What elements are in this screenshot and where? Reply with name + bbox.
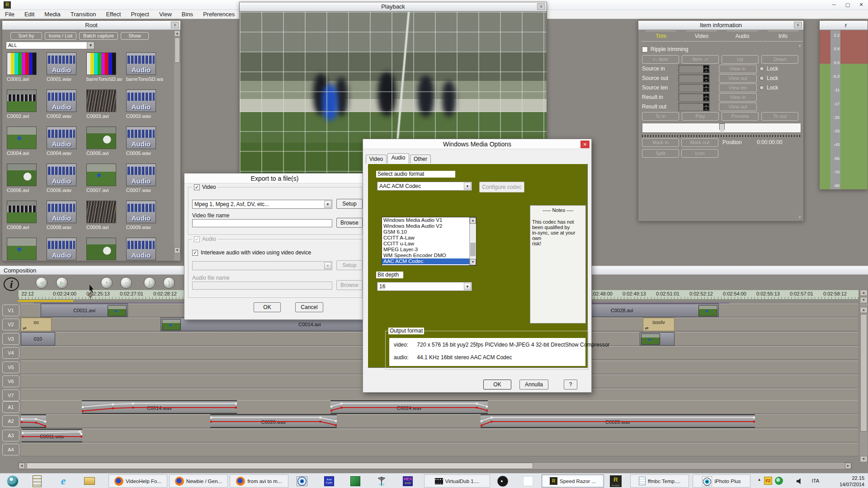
codec-option[interactable]: WM Speech Encoder DMO xyxy=(382,253,470,258)
audio-clip[interactable]: C0028.wav xyxy=(481,414,755,428)
codec-option[interactable]: AAC ACM Codec xyxy=(382,258,470,264)
bin-toolbar-batch-capture[interactable]: Batch capture xyxy=(79,32,118,40)
bin-item[interactable]: C0009.avi xyxy=(86,201,126,238)
bin-item[interactable]: AudioC0003.wav xyxy=(126,89,166,127)
menu-edit[interactable]: Edit xyxy=(19,11,39,18)
file-cabinet[interactable] xyxy=(28,474,46,488)
item-nav-button[interactable]: Item -> xyxy=(682,55,719,64)
track-label-a1[interactable]: A1 xyxy=(2,401,19,413)
video-checkbox[interactable]: ✓ xyxy=(194,184,200,190)
export-ok-button[interactable]: OK xyxy=(254,302,281,312)
item-transport-play[interactable]: Play xyxy=(682,112,719,121)
codec-option[interactable]: Windows Media Audio V1 xyxy=(382,217,470,223)
track-label-a2[interactable]: A2 xyxy=(2,415,19,427)
audio-track-row[interactable] xyxy=(21,429,858,442)
task-ffmbc[interactable]: ffmbc Temp.... xyxy=(630,474,689,488)
chevron-down-icon[interactable]: ▼ xyxy=(464,183,471,190)
export-cancel-button[interactable]: Cancel xyxy=(295,302,323,312)
wmo-annulla-button[interactable]: Annulla xyxy=(519,380,548,389)
spinner-buttons[interactable]: ▲▼ xyxy=(703,103,709,111)
root-scrollbar[interactable]: ▲ ▼ xyxy=(174,30,180,261)
bin-item[interactable]: barreTonoSD.av xyxy=(86,52,126,89)
vscroll-thumb[interactable] xyxy=(860,314,867,432)
codec-option[interactable]: MPEG Layer-3 xyxy=(382,247,470,253)
video-browse-button[interactable]: Browse xyxy=(336,218,363,228)
back-icon[interactable]: ◄ xyxy=(36,277,47,289)
transition-clip[interactable]: so⇌ xyxy=(21,318,52,331)
timeline-vscrollbar[interactable]: ▲ ▼ ▲ ▼ xyxy=(860,290,868,462)
spin-up-icon[interactable]: ▲ xyxy=(703,103,709,107)
spinner-buttons[interactable]: ▲▼ xyxy=(703,75,709,82)
bin-toolbar-show[interactable]: Show xyxy=(121,32,149,40)
item-info-tab-audio[interactable]: Audio xyxy=(722,31,762,42)
menu-effect[interactable]: Effect xyxy=(101,11,126,18)
bin-item[interactable]: AudioC0001.wav xyxy=(47,52,86,89)
ripple-trimming-checkbox[interactable] xyxy=(642,47,648,52)
bin-item[interactable]: Audio xyxy=(47,238,86,261)
video-file-name-input[interactable] xyxy=(192,219,332,227)
audio-clip[interactable]: C0011.wav xyxy=(22,429,82,442)
tab-video[interactable]: Video xyxy=(366,155,387,164)
scroll-up-icon[interactable]: ▲ xyxy=(860,307,868,313)
view-button[interactable]: View out xyxy=(719,103,757,111)
item-info-tab-info[interactable]: Info xyxy=(763,31,803,42)
codec-option[interactable]: CCITT A-Law xyxy=(382,235,470,241)
scroll-up-icon[interactable]: ∧ xyxy=(797,43,802,48)
audio-track-row[interactable] xyxy=(21,443,858,456)
zoom-in-icon[interactable]: + xyxy=(101,277,113,289)
graphics-tool[interactable] xyxy=(346,474,364,488)
item-info-close-icon[interactable]: x xyxy=(794,22,802,28)
bin-item[interactable]: C0004.avi xyxy=(7,127,47,164)
bin-item[interactable]: AudioC0007.wav xyxy=(126,164,166,201)
video-clip[interactable]: 010 xyxy=(21,332,55,346)
spin-up-icon[interactable]: ▲ xyxy=(703,94,709,97)
language-indicator[interactable]: ITA xyxy=(812,478,819,483)
bin-item[interactable]: AudioC0002.wav xyxy=(47,89,86,127)
bin-item[interactable]: Audio xyxy=(126,238,166,261)
bin-item[interactable]: C0001.avi xyxy=(7,52,47,89)
split-button[interactable]: Split xyxy=(642,149,679,158)
bin-item[interactable] xyxy=(86,238,126,261)
trim-value-field[interactable]: ▲▼ xyxy=(678,65,710,73)
task-speedrazor[interactable]: RSpeed Razor ... xyxy=(542,474,604,488)
icon-button[interactable]: Icon xyxy=(681,149,718,158)
item-nav-button[interactable]: Down xyxy=(761,55,798,64)
mark-in-icon[interactable]: ( xyxy=(144,277,156,289)
track-label-v2[interactable]: V2 xyxy=(2,319,19,330)
scroll-left-icon[interactable]: ◄ xyxy=(19,463,25,469)
audio-clip[interactable]: C0024.wav xyxy=(330,400,488,414)
spinner-buttons[interactable]: ▲▼ xyxy=(703,94,709,101)
hscroll-thumb[interactable] xyxy=(27,463,533,469)
lock-radio[interactable] xyxy=(760,66,764,71)
bin-item[interactable]: AudioC0004.wav xyxy=(47,127,86,164)
task-iphoto[interactable]: iPhoto Plus xyxy=(693,474,750,488)
mark-out-button[interactable]: Mark out xyxy=(681,138,718,147)
internet-explorer[interactable]: e xyxy=(54,474,72,488)
view-button[interactable]: View len xyxy=(719,84,757,92)
scroll-down-icon[interactable]: ▼ xyxy=(174,247,180,253)
bin-item[interactable]: AudiobarreTonoSD.wa xyxy=(126,52,166,89)
bin-item[interactable] xyxy=(7,238,47,261)
track-label-a4[interactable]: A4 xyxy=(2,444,19,455)
trim-value-field[interactable]: ▲▼ xyxy=(678,103,710,111)
task-virtualdub[interactable]: VirtualDub 1.... xyxy=(424,474,490,488)
timeline-hscrollbar[interactable]: ◄ ► xyxy=(18,462,852,469)
audio-app[interactable] xyxy=(494,474,512,488)
zoom-out-icon[interactable]: − xyxy=(120,277,132,289)
track-label-v4[interactable]: V4 xyxy=(2,347,19,359)
view-button[interactable]: View in xyxy=(719,65,757,73)
codec-dropdown-list[interactable]: ▲ ▼ Windows Media Audio V1Windows Media … xyxy=(382,217,476,266)
bin-item[interactable]: AudioC0006.wav xyxy=(47,164,86,201)
audio-clip[interactable] xyxy=(21,414,46,428)
task-videohelp[interactable]: VideoHelp Fo... xyxy=(108,474,167,488)
dropbox[interactable] xyxy=(519,474,537,488)
bin-item[interactable]: C0007.avi xyxy=(86,164,126,201)
menu-view[interactable]: View xyxy=(154,11,177,18)
scroll-down-icon[interactable]: ∨ xyxy=(797,215,802,219)
scroll-up-icon[interactable]: ▲ xyxy=(470,217,476,224)
audio-envelope[interactable] xyxy=(21,415,46,427)
close-icon[interactable]: ✕ xyxy=(854,0,868,9)
tray-app-icon[interactable] xyxy=(775,477,783,485)
scroll-right-icon[interactable]: ► xyxy=(845,463,851,469)
audio-clip[interactable]: C0020.wav xyxy=(210,414,337,428)
